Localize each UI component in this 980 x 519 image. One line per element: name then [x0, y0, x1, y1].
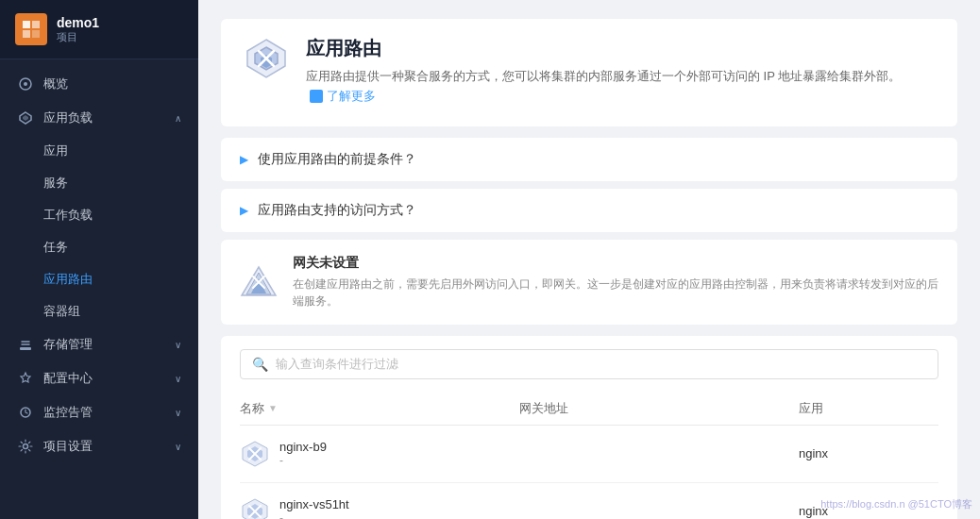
table-row: nginx-vs51ht - nginx [240, 483, 938, 519]
sidebar-item-workload[interactable]: 应用负载 ∧ [0, 101, 198, 135]
search-icon: 🔍 [252, 357, 268, 372]
svg-rect-8 [20, 347, 31, 350]
sidebar-item-task[interactable]: 任务 [0, 231, 198, 263]
sidebar-item-config[interactable]: 配置中心 ∨ [0, 361, 198, 395]
project-settings-icon [17, 438, 34, 455]
table-section: 🔍 输入查询条件进行过滤 名称 ▼ 网关地址 应用 nginx-b9 [221, 336, 957, 519]
monitor-icon [17, 404, 34, 421]
table-row: nginx-b9 - nginx [240, 426, 938, 483]
accordion-label-2: 应用路由支持的访问方式？ [258, 202, 416, 219]
row-name-cell-2: nginx-vs51ht - [240, 496, 519, 519]
row-name-info-2: nginx-vs51ht - [279, 497, 349, 519]
sidebar-label-apply: 应用 [43, 142, 68, 159]
row-name-text-1[interactable]: nginx-b9 [279, 440, 327, 454]
project-logo [15, 13, 47, 45]
row-name-sub-2: - [279, 511, 349, 519]
sidebar: demo1 项目 概览 应用负载 ∧ 应用 服务 工作负载 [0, 0, 198, 519]
warning-banner: 网关未设置 在创建应用路由之前，需要先启用外网访问入口，即网关。这一步是创建对应… [221, 240, 957, 325]
sort-icon-name[interactable]: ▼ [268, 403, 278, 413]
learn-more-link[interactable]: 了解更多 [310, 87, 376, 107]
sidebar-label-container: 容器组 [43, 303, 80, 320]
config-arrow-icon: ∨ [175, 374, 181, 384]
sidebar-label-project-settings: 项目设置 [43, 438, 175, 455]
storage-arrow-icon: ∨ [175, 340, 181, 350]
table-header: 名称 ▼ 网关地址 应用 [240, 393, 938, 426]
page-title: 应用路由 [306, 36, 935, 61]
sidebar-item-workload-item[interactable]: 工作负载 [0, 199, 198, 231]
sidebar-label-workload-item: 工作负载 [43, 207, 93, 224]
sidebar-item-monitor[interactable]: 监控告管 ∨ [0, 395, 198, 429]
page-main-icon [244, 36, 289, 81]
sidebar-item-overview[interactable]: 概览 [0, 67, 198, 101]
accordion-arrow-2: ▶ [240, 204, 248, 217]
link-icon [310, 90, 323, 103]
project-sub: 项目 [57, 30, 99, 44]
sidebar-item-approute[interactable]: 应用路由 [0, 263, 198, 295]
sidebar-label-config: 配置中心 [43, 370, 175, 387]
project-info: demo1 项目 [57, 15, 99, 44]
col-header-app: 应用 [799, 400, 938, 417]
workload-icon [17, 109, 34, 126]
sidebar-label-overview: 概览 [43, 75, 181, 92]
svg-rect-2 [23, 30, 30, 38]
page-desc: 应用路由提供一种聚合服务的方式，您可以将集群的内部服务通过一个外部可访问的 IP… [306, 67, 935, 109]
info-card: 应用路由 应用路由提供一种聚合服务的方式，您可以将集群的内部服务通过一个外部可访… [221, 19, 957, 126]
sidebar-header: demo1 项目 [0, 0, 198, 59]
row-app-2: nginx [799, 504, 938, 518]
sidebar-label-task: 任务 [43, 239, 68, 256]
svg-rect-0 [23, 21, 30, 28]
project-settings-arrow-icon: ∨ [175, 442, 181, 452]
accordion-item-2[interactable]: ▶ 应用路由支持的访问方式？ [221, 189, 957, 232]
accordion-arrow-1: ▶ [240, 153, 248, 166]
col-header-name: 名称 ▼ [240, 400, 519, 417]
monitor-arrow-icon: ∨ [175, 408, 181, 418]
overview-icon [17, 75, 34, 92]
search-bar[interactable]: 🔍 输入查询条件进行过滤 [240, 349, 938, 379]
sidebar-item-project-settings[interactable]: 项目设置 ∨ [0, 429, 198, 463]
warning-desc: 在创建应用路由之前，需要先启用外网访问入口，即网关。这一步是创建对应的应用路由控… [293, 276, 938, 310]
project-name: demo1 [57, 15, 99, 30]
workload-arrow-icon: ∧ [175, 113, 181, 124]
svg-point-5 [24, 82, 27, 86]
svg-rect-3 [32, 30, 40, 38]
config-icon [17, 370, 34, 387]
warning-icon [240, 263, 278, 301]
row-name-text-2[interactable]: nginx-vs51ht [279, 497, 349, 511]
sidebar-item-service[interactable]: 服务 [0, 167, 198, 199]
accordion-item-1[interactable]: ▶ 使用应用路由的前提条件？ [221, 138, 957, 181]
sidebar-item-storage[interactable]: 存储管理 ∨ [0, 327, 198, 361]
col-header-gw: 网关地址 [519, 400, 799, 417]
row-name-sub-1: - [279, 454, 327, 467]
sidebar-item-apply[interactable]: 应用 [0, 135, 198, 167]
warning-title: 网关未设置 [293, 255, 938, 272]
svg-point-11 [24, 444, 28, 449]
page-info-content: 应用路由 应用路由提供一种聚合服务的方式，您可以将集群的内部服务通过一个外部可访… [306, 36, 935, 109]
sidebar-label-monitor: 监控告管 [43, 404, 175, 421]
row-name-cell-1: nginx-b9 - [240, 439, 519, 469]
sidebar-label-workload: 应用负载 [43, 109, 175, 126]
sidebar-nav: 概览 应用负载 ∧ 应用 服务 工作负载 任务 应用路由 容器组 [0, 59, 198, 519]
storage-icon [17, 336, 34, 353]
sidebar-item-container[interactable]: 容器组 [0, 295, 198, 327]
sidebar-label-storage: 存储管理 [43, 336, 175, 353]
svg-marker-7 [23, 115, 28, 121]
row-name-info-1: nginx-b9 - [279, 440, 327, 467]
sidebar-label-service: 服务 [43, 175, 68, 192]
sidebar-label-approute: 应用路由 [43, 271, 93, 288]
row-app-1: nginx [799, 446, 938, 460]
accordion-label-1: 使用应用路由的前提条件？ [258, 151, 416, 168]
main-content: 应用路由 应用路由提供一种聚合服务的方式，您可以将集群的内部服务通过一个外部可访… [198, 0, 980, 519]
svg-rect-1 [32, 21, 40, 28]
warning-content: 网关未设置 在创建应用路由之前，需要先启用外网访问入口，即网关。这一步是创建对应… [293, 255, 938, 310]
search-placeholder: 输入查询条件进行过滤 [276, 356, 398, 373]
